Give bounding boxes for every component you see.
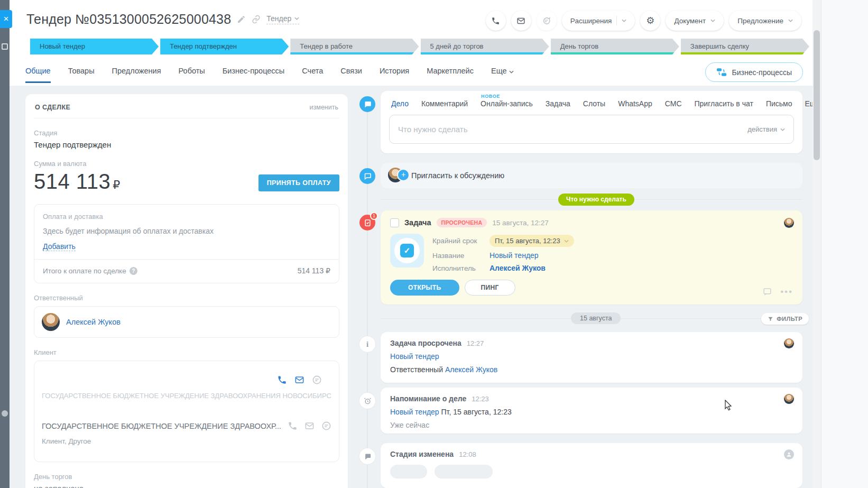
- invite-node: [359, 168, 375, 184]
- activity-tab-letter[interactable]: Письмо: [766, 99, 792, 108]
- todo-pill[interactable]: Что нужно сделать: [558, 194, 634, 206]
- stage-auction-day[interactable]: День торгов: [551, 39, 679, 54]
- total-row: Итого к оплате по сделке 514 113 ₽: [43, 266, 330, 275]
- stage-5-days[interactable]: 5 дней до торгов: [421, 39, 549, 54]
- business-process-button[interactable]: Бизнес-процессы: [705, 62, 803, 82]
- invite-discussion-row[interactable]: Пригласить к обсуждению: [381, 163, 802, 188]
- avatar: [784, 394, 794, 404]
- tab-business-processes[interactable]: Бизнес-процессы: [223, 67, 285, 83]
- email-button[interactable]: [511, 11, 531, 31]
- accept-payment-button[interactable]: ПРИНЯТЬ ОПЛАТУ: [258, 174, 339, 191]
- task-name-link[interactable]: Новый тендер: [490, 251, 539, 260]
- more-actions-icon[interactable]: [780, 289, 793, 294]
- responsible-link[interactable]: Алексей Жуков: [66, 318, 121, 326]
- tab-products[interactable]: Товары: [68, 67, 95, 83]
- timeline-line: [367, 108, 368, 488]
- auction-day-value[interactable]: не заполнено: [34, 484, 339, 488]
- tab-marketplace[interactable]: Маркетплейс: [427, 67, 474, 83]
- close-panel-button[interactable]: ×: [0, 10, 12, 28]
- document-button[interactable]: Документ: [666, 11, 724, 31]
- actions-dropdown[interactable]: действия: [747, 125, 785, 133]
- stage-change-node: [359, 448, 375, 464]
- activity-tab-invite-chat[interactable]: Пригласить в чат: [695, 99, 753, 108]
- stage-confirmed[interactable]: Тендер подтвержден: [160, 39, 289, 54]
- filter-button[interactable]: ФИЛЬТР: [761, 313, 809, 325]
- alarm-clock-icon: [364, 397, 372, 405]
- activity-tab-slots[interactable]: Слоты: [583, 99, 605, 108]
- chat-icon[interactable]: [312, 375, 322, 385]
- ping-button[interactable]: ПИНГ: [465, 280, 515, 296]
- tab-general[interactable]: Общие: [25, 67, 51, 83]
- stage-new-tender[interactable]: Новый тендер: [30, 39, 159, 54]
- phone-icon[interactable]: [277, 375, 287, 385]
- scrollbar-thumb[interactable]: [814, 30, 820, 160]
- edit-title-icon[interactable]: [237, 15, 246, 24]
- tab-links[interactable]: Связи: [340, 67, 362, 83]
- activity-tab-whatsapp[interactable]: WhatsApp: [618, 99, 652, 108]
- client-company-full[interactable]: ГОСУДАРСТВЕННОЕ БЮДЖЕТНОЕ УЧРЕЖДЕНИЕ ЗДР…: [42, 392, 331, 400]
- tab-invoices[interactable]: Счета: [302, 67, 323, 83]
- overdue-badge: ПРОСРОЧЕНА: [437, 218, 487, 227]
- copy-link-icon[interactable]: [252, 15, 261, 24]
- add-payment-link[interactable]: Добавить: [43, 242, 76, 251]
- deal-page: Тендер №0351300052625000438 Тендер: [10, 0, 812, 488]
- chevron-down-icon: [780, 128, 785, 131]
- task-checkbox[interactable]: [390, 218, 399, 227]
- call-button[interactable]: [486, 11, 506, 31]
- assignee-link[interactable]: Алексей Жуков: [490, 264, 546, 272]
- settings-button[interactable]: ⚙: [640, 11, 660, 31]
- scrollbar-track[interactable]: [812, 0, 821, 488]
- tab-robots[interactable]: Роботы: [179, 67, 205, 83]
- actions-label: действия: [747, 125, 777, 133]
- tab-history[interactable]: История: [380, 67, 409, 83]
- phone-icon[interactable]: [288, 421, 298, 431]
- left-rail: [0, 0, 10, 488]
- proposal-button[interactable]: Предложение: [729, 11, 801, 31]
- client-company-link[interactable]: ГОСУДАРСТВЕННОЕ БЮДЖЕТНОЕ УЧРЕЖДЕНИЕ ЗДР…: [42, 422, 281, 430]
- stage-in-progress[interactable]: Тендер в работе: [290, 39, 419, 54]
- edit-deal-link[interactable]: изменить: [310, 104, 338, 111]
- activity-tab-todo[interactable]: Дело: [391, 99, 409, 108]
- envelope-icon[interactable]: [294, 375, 304, 385]
- workflow-icon: [716, 68, 727, 77]
- activity-tab-sms[interactable]: СМС: [665, 99, 682, 108]
- payment-delivery-box: Оплата и доставка Здесь будет информация…: [34, 204, 339, 283]
- activity-tab-task[interactable]: Задача: [546, 99, 570, 108]
- pin-comment-icon[interactable]: [763, 287, 772, 296]
- task-card-header: Задача ПРОСРОЧЕНА 15 августа, 12:27: [390, 218, 793, 227]
- comment-filled-icon: [364, 453, 372, 461]
- app-logo-icon[interactable]: [2, 410, 8, 417]
- extensions-button[interactable]: Расширения: [562, 11, 635, 31]
- chevron-down-icon: [509, 70, 514, 73]
- open-task-button[interactable]: ОТКРЫТЬ: [390, 280, 459, 296]
- entry-task-link[interactable]: Новый тендер: [390, 408, 439, 416]
- chat-icon[interactable]: [321, 421, 331, 431]
- entry-datetime: Пт, 15 августа, 12:23: [439, 408, 512, 416]
- stage-close-deal[interactable]: Завершить сделку: [681, 39, 809, 54]
- chat-button[interactable]: [537, 11, 557, 31]
- tab-more[interactable]: Еще: [491, 67, 514, 83]
- todo-input[interactable]: [398, 125, 747, 134]
- document-label: Документ: [674, 17, 706, 25]
- entry-person-link[interactable]: Алексей Жуков: [445, 365, 497, 374]
- activity-tab-comment[interactable]: Комментарий: [421, 99, 468, 108]
- panel-icon[interactable]: [2, 43, 8, 50]
- tab-quotes[interactable]: Предложения: [112, 67, 161, 83]
- entry-task-link[interactable]: Новый тендер: [390, 352, 439, 361]
- stage-field-value[interactable]: Тендер подтвержден: [34, 140, 339, 149]
- total-value: 514 113 ₽: [298, 266, 330, 275]
- activity-tab-online-booking[interactable]: НОВОЕОнлайн-запись: [481, 99, 533, 108]
- deadline-pill[interactable]: Пт, 15 августа, 12:23: [490, 235, 574, 247]
- help-icon[interactable]: [130, 267, 137, 275]
- amount-value[interactable]: 514 113: [34, 170, 110, 193]
- payment-box-hint: Здесь будет информация об оплатах и дост…: [43, 227, 330, 235]
- total-label: Итого к оплате по сделке: [43, 267, 126, 275]
- task-card-body: Крайний срок Пт, 15 августа, 12:23 Назва…: [390, 234, 793, 272]
- task-title: Задача: [404, 218, 431, 227]
- system-avatar: [784, 449, 794, 459]
- responsible-box: Алексей Жуков: [34, 306, 339, 338]
- envelope-icon[interactable]: [304, 421, 315, 431]
- entity-type-dropdown[interactable]: Тендер: [266, 14, 299, 24]
- avatar: [42, 313, 60, 331]
- entity-type-label: Тендер: [266, 14, 291, 23]
